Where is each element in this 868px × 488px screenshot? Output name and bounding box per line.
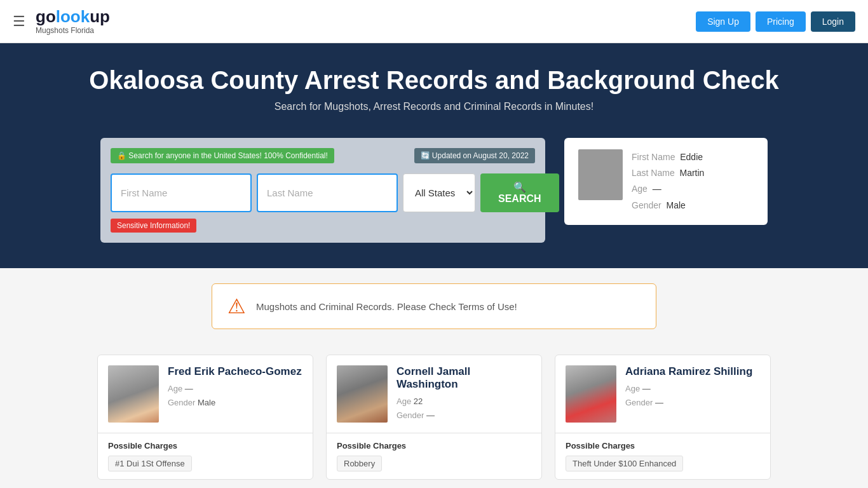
charges-section: Possible Charges Robbery — [327, 433, 541, 479]
hero-subtitle: Search for Mugshots, Arrest Records and … — [13, 101, 855, 112]
person-card: Fred Erik Pacheco-Gomez Age — Gender Mal… — [97, 355, 313, 480]
header-buttons: Sign Up Pricing Login — [696, 11, 855, 32]
logo-go: go — [36, 7, 56, 26]
state-select[interactable]: All States — [403, 173, 475, 212]
age-label: Age — [397, 396, 411, 406]
charges-title: Possible Charges — [108, 441, 302, 451]
login-button[interactable]: Login — [811, 11, 855, 32]
logo-text: golookup — [36, 8, 110, 25]
charges-title: Possible Charges — [337, 441, 531, 451]
pricing-button[interactable]: Pricing — [756, 11, 806, 32]
logo-up: up — [90, 7, 110, 26]
last-name-value: Martin — [679, 168, 704, 178]
gender-value: Male — [666, 200, 685, 210]
charges-section: Possible Charges Theft Under $100 Enhanc… — [555, 433, 770, 479]
person-card-top: Adriana Ramirez Shilling Age — Gender — — [555, 355, 770, 433]
person-mugshot — [108, 365, 159, 423]
age-value: — — [653, 184, 661, 194]
person-info: Cornell Jamall Washington Age 22 Gender … — [397, 365, 531, 423]
hero-title: Okaloosa County Arrest Records and Backg… — [13, 66, 855, 95]
person-name: Fred Erik Pacheco-Gomez — [168, 365, 302, 378]
warning-icon: ⚠ — [227, 294, 246, 318]
person-name: Cornell Jamall Washington — [397, 365, 531, 391]
sensitive-badge: Sensitive Information! — [111, 219, 196, 233]
charges-title: Possible Charges — [566, 441, 760, 451]
profile-gender: Gender Male — [632, 198, 704, 214]
profile-card: First Name Eddie Last Name Martin Age — … — [564, 138, 768, 225]
charge-badge: Robbery — [337, 456, 382, 471]
gender-label: Gender — [168, 398, 195, 407]
header: ☰ golookup Mugshots Florida Sign Up Pric… — [0, 0, 868, 43]
cards-grid: Fred Erik Pacheco-Gomez Age — Gender Mal… — [97, 355, 771, 488]
warning-banner: ⚠ Mugshots and Criminal Records. Please … — [212, 283, 656, 329]
last-name-input[interactable] — [257, 173, 398, 212]
profile-details: First Name Eddie Last Name Martin Age — … — [632, 149, 704, 214]
gender-label: Gender — [632, 200, 661, 210]
last-name-label: Last Name — [632, 168, 675, 178]
profile-first-name: First Name Eddie — [632, 149, 704, 165]
person-details: Age 22 Gender — — [397, 395, 531, 423]
person-card: Cornell Jamall Washington Age 22 Gender … — [326, 355, 542, 480]
person-card-top: Fred Erik Pacheco-Gomez Age — Gender Mal… — [98, 355, 313, 433]
charge-badge: #1 Dui 1St Offense — [108, 456, 192, 471]
person-details: Age — Gender — — [625, 382, 752, 410]
cards-section: Fred Erik Pacheco-Gomez Age — Gender Mal… — [85, 348, 783, 488]
age-label: Age — [168, 384, 182, 393]
charges-section: Possible Charges #1 Dui 1St Offense — [98, 433, 313, 479]
search-row: All States 🔍 SEARCH — [111, 173, 535, 212]
search-button[interactable]: 🔍 SEARCH — [480, 173, 559, 212]
profile-last-name: Last Name Martin — [632, 165, 704, 181]
person-info: Adriana Ramirez Shilling Age — Gender — — [625, 365, 752, 410]
profile-avatar — [578, 149, 623, 200]
person-card-top: Cornell Jamall Washington Age 22 Gender … — [327, 355, 541, 433]
search-section: 🔒 Search for anyone in the United States… — [0, 138, 868, 268]
warning-text: Mugshots and Criminal Records. Please Ch… — [256, 301, 517, 312]
gender-label: Gender — [625, 398, 653, 407]
confidential-badge: 🔒 Search for anyone in the United States… — [111, 148, 334, 163]
updated-badge: 🔄 Updated on August 20, 2022 — [414, 148, 535, 163]
person-details: Age — Gender Male — [168, 382, 302, 410]
person-mugshot — [566, 365, 616, 423]
logo-look: look — [56, 7, 90, 26]
age-label: Age — [625, 384, 640, 393]
search-box: 🔒 Search for anyone in the United States… — [100, 138, 545, 243]
person-mugshot — [337, 365, 388, 423]
age-label: Age — [632, 184, 648, 194]
gender-label: Gender — [397, 410, 424, 420]
person-info: Fred Erik Pacheco-Gomez Age — Gender Mal… — [168, 365, 302, 410]
first-name-label: First Name — [632, 152, 675, 162]
person-name: Adriana Ramirez Shilling — [625, 365, 752, 378]
charge-badge: Theft Under $100 Enhanced — [566, 456, 683, 471]
first-name-input[interactable] — [111, 173, 252, 212]
signup-button[interactable]: Sign Up — [696, 11, 750, 32]
hero-section: Okaloosa County Arrest Records and Backg… — [0, 43, 868, 138]
logo[interactable]: golookup Mugshots Florida — [36, 8, 110, 35]
first-name-value: Eddie — [680, 152, 703, 162]
menu-icon[interactable]: ☰ — [13, 13, 25, 30]
logo-subtitle: Mugshots Florida — [36, 26, 94, 35]
profile-age: Age — — [632, 181, 704, 197]
person-card: Adriana Ramirez Shilling Age — Gender — … — [555, 355, 771, 480]
